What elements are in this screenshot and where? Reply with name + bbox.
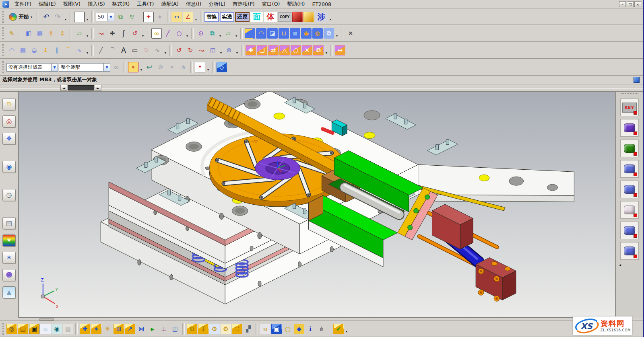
make-displayed-part-icon[interactable]: ⚙ — [221, 324, 231, 334]
bridge-curve-icon[interactable]: ↝ — [96, 28, 106, 39]
unite-icon[interactable]: ⧈ — [290, 28, 300, 39]
measure-angle-icon[interactable]: ∠ — [183, 12, 193, 22]
menu-view[interactable]: 视图(V) — [60, 0, 84, 8]
resource-bar-grip[interactable] — [621, 93, 638, 95]
rectangle-icon[interactable]: ▭ — [130, 45, 140, 55]
selection-scope-dropdown[interactable]: 整个装配▼ — [59, 63, 110, 72]
link-info-icon[interactable]: ℹ — [305, 324, 316, 334]
web-browser-icon[interactable]: ◉ — [2, 161, 16, 173]
block-icon[interactable] — [245, 28, 255, 39]
undo-icon[interactable]: ↶ — [41, 12, 52, 22]
law-curve-icon[interactable]: ↺ — [130, 28, 140, 39]
delete-face-icon[interactable]: ✕ — [302, 45, 312, 55]
wcs-dynamics-icon[interactable]: ✦ — [143, 12, 154, 22]
marquee-select-icon[interactable]: • — [195, 62, 205, 72]
chain-select-icon[interactable]: ∞ — [151, 28, 162, 39]
flange-icon[interactable]: ↧ — [40, 45, 51, 55]
menu-et2008[interactable]: ET2008 — [309, 0, 335, 8]
face-select-button[interactable]: 面 — [250, 12, 263, 22]
point-set-icon[interactable]: ⊙ — [196, 28, 206, 39]
through-mesh-icon[interactable]: ▦ — [18, 45, 28, 55]
translucency-button[interactable]: 实透 — [220, 12, 234, 22]
plane-overflow[interactable]: ▾ — [234, 28, 238, 39]
ripple-sheet-icon[interactable]: ∿ — [74, 45, 85, 55]
menu-window[interactable]: 窗口(O) — [258, 0, 284, 8]
system-materials-icon[interactable]: ▤ — [2, 217, 16, 229]
stamp-icon[interactable]: ▦ — [63, 324, 73, 334]
intersection-curve-icon[interactable]: ✚ — [107, 28, 118, 39]
extrude-plate-icon[interactable]: ⇧ — [46, 28, 56, 39]
minimize-button[interactable]: – — [619, 1, 626, 7]
circle-icon[interactable]: ○ — [174, 28, 184, 39]
scroll-right-button[interactable]: ► — [95, 85, 101, 91]
measure-distance-icon[interactable]: ↔ — [171, 12, 182, 22]
studio-spline-icon[interactable]: ♡ — [141, 45, 151, 55]
resize-face-icon[interactable]: ↔ — [335, 45, 345, 55]
restore-view-button[interactable]: 还原 — [235, 12, 250, 22]
mesh-surface-icon[interactable]: ▦ — [35, 28, 45, 39]
punch-part-icon[interactable] — [620, 201, 639, 219]
find-component-icon[interactable]: ◎ — [6, 324, 17, 334]
move-to-layer-icon[interactable]: ≋ — [126, 12, 137, 22]
shaded-view-icon[interactable]: ◇ — [217, 62, 227, 72]
thicken-sheet-icon[interactable]: ⇕ — [57, 28, 68, 39]
pane-scrollbar[interactable]: ◄ ► — [60, 85, 101, 91]
snap-overflow[interactable]: ▾ — [139, 62, 143, 72]
bracket-part-icon[interactable] — [620, 160, 639, 178]
restore-button[interactable]: □ — [627, 1, 634, 7]
erase-highlight-icon[interactable]: ⊘ — [155, 62, 166, 72]
selection-filter-dropdown[interactable]: 没有选择过滤器▼ — [6, 63, 58, 72]
project-overflow[interactable]: ▾ — [235, 45, 239, 55]
rollback-icon[interactable]: ↩ — [144, 62, 155, 72]
copy-face-icon[interactable]: ⧉ — [313, 45, 324, 55]
move-face-icon[interactable]: ✚ — [246, 45, 256, 55]
sketch-icon[interactable]: ✎ — [6, 28, 17, 39]
new-parent-icon[interactable]: ✳ — [102, 324, 113, 334]
snapshot-icon[interactable]: ◉ — [52, 324, 62, 334]
start-button[interactable]: 开始▾ — [6, 11, 35, 23]
menu-insert[interactable]: 插入(S) — [84, 0, 109, 8]
dome-icon[interactable]: ◍ — [312, 28, 323, 39]
snap-point-icon[interactable]: ⌖ — [128, 62, 138, 72]
body-select-button[interactable]: 体 — [264, 12, 277, 22]
cylinder-face-icon[interactable]: ○ — [291, 45, 301, 55]
feature-overflow[interactable]: ▾ — [335, 28, 339, 39]
assembly-overflow[interactable]: ▾ — [345, 324, 349, 334]
explode-assembly-icon[interactable]: ⧉ — [187, 324, 197, 334]
recenter-icon[interactable]: ⌖ — [167, 62, 177, 72]
menu-analysis[interactable]: 分析(L) — [205, 0, 229, 8]
wave-geometry-icon[interactable]: ⧈ — [260, 324, 270, 334]
shaded-cube-icon[interactable] — [303, 12, 314, 22]
part-navigator-icon[interactable]: ❖ — [2, 133, 16, 145]
fitting-part-icon[interactable] — [620, 222, 639, 239]
view-overflow[interactable]: ▾ — [328, 12, 332, 22]
project-curve-icon[interactable]: ⊚ — [224, 45, 234, 55]
solid-cube-icon[interactable] — [292, 12, 303, 22]
divide-curve-icon[interactable]: ↻ — [185, 45, 196, 55]
replace-face-icon[interactable]: ⇄ — [268, 45, 279, 55]
line-overflow[interactable]: ▾ — [185, 28, 189, 39]
pattern-feature-icon[interactable]: ⧉ — [324, 28, 334, 39]
make-work-part-icon[interactable]: ⚙ — [209, 324, 220, 334]
text-icon[interactable]: A — [118, 45, 129, 55]
sequence-icon[interactable]: ▞ — [243, 324, 254, 334]
hidden-components-icon[interactable]: ⧈ — [40, 324, 51, 334]
relations-ring-icon[interactable]: ○ — [283, 324, 293, 334]
interpart-link-icon[interactable]: ◆ — [294, 324, 304, 334]
section-body-icon[interactable]: ◧ — [23, 28, 34, 39]
material-palette-icon[interactable]: ✶ — [2, 234, 16, 247]
marquee-overflow[interactable]: ▾ — [206, 62, 210, 72]
menu-format[interactable]: 格式(R) — [109, 0, 133, 8]
layer-settings-icon[interactable]: ⧉ — [115, 12, 126, 22]
trim-body-icon[interactable]: ◪ — [267, 28, 278, 39]
scroll-thumb[interactable] — [68, 85, 94, 90]
move-component-icon[interactable]: ↗ — [125, 324, 135, 334]
constraint-navigator-icon[interactable]: ◎ — [2, 115, 16, 127]
smooth-curve-icon[interactable]: ↝ — [196, 45, 207, 55]
joined-curve-icon[interactable]: ʃ — [118, 28, 129, 39]
close-button[interactable]: × — [634, 1, 641, 7]
interference-button[interactable]: 涉 — [315, 12, 328, 22]
graphics-viewport[interactable]: ISC Z Y X — [19, 92, 615, 318]
undo-overflow[interactable]: ▾ — [64, 12, 68, 22]
key-parts-icon[interactable]: KEY — [620, 99, 639, 116]
